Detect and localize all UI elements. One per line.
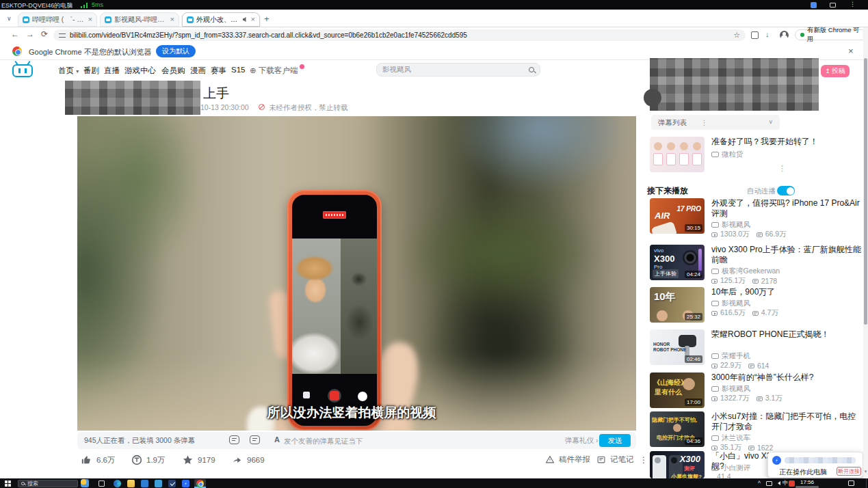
scrollbar-down-arrow[interactable]: ▾ [863,469,868,474]
nav-s15[interactable]: S15 [231,66,245,74]
download-client[interactable]: ⊕ 下载客户端 [250,66,298,76]
upload-button[interactable]: 投稿 [821,65,850,77]
profile-icon[interactable] [780,31,789,40]
chevron-down-icon[interactable]: ∨ [768,118,773,125]
video-thumbnail[interactable]: 10年 25:32 [650,287,705,323]
nav-esports[interactable]: 赛事 [211,66,226,76]
search-input[interactable] [382,66,529,74]
disconnect-button[interactable]: 断开连接 [837,467,861,476]
ad-thumbnail[interactable] [650,137,705,172]
remote-menu-icon[interactable]: ⋮ [850,1,856,8]
tab-search-chevron-icon[interactable]: ∨ [7,15,12,22]
app-icon[interactable] [141,480,148,487]
search-box[interactable] [376,63,540,77]
nav-manga[interactable]: 漫画 [190,66,206,76]
site-settings-icon[interactable] [59,33,66,38]
edge-icon[interactable] [114,480,121,487]
video-card-uploader[interactable]: 极客湾Geekerwan [711,267,780,276]
page-scrollbar[interactable]: ▾ [863,27,868,478]
more-actions-icon[interactable]: ⋮ [640,455,648,465]
video-player[interactable]: 所以没办法竖着拍横屏的视频 [77,116,636,431]
danmaku-etiquette-link[interactable]: 弹幕礼仪 › [565,436,598,446]
reload-icon[interactable]: ⟳ [41,29,48,39]
video-card-title[interactable]: 小米su7对撞：隐藏门把手不可怕，电控开门才致命 [711,411,863,432]
taskbar-search[interactable]: 搜索 [18,480,78,487]
send-danmaku-button[interactable]: 发送 [599,434,631,447]
downloads-icon[interactable]: ↓ [765,30,770,38]
video-thumbnail[interactable]: 《山海经》里有什么 17:00 [650,372,705,408]
danmaku-toggle-icon[interactable] [229,435,239,444]
tab-audio-icon[interactable] [243,17,248,23]
scrollbar-thumb[interactable] [864,58,867,325]
share-button[interactable]: 9669 [231,455,265,465]
taskbar-clock[interactable]: 17:56 [795,479,819,488]
tab-video-active[interactable]: 外观小改、影像更强? vivo × [182,12,260,27]
video-card-title[interactable]: 10年后，900万了 [711,287,863,297]
search-icon[interactable] [529,67,534,72]
remote-grid-icon[interactable] [811,2,817,8]
tab-bilibili-home[interactable]: 哔哩哔哩 ( ゜- ゜)つロ 干杯~-b × [18,12,97,27]
report-button[interactable]: 稿件举报 [545,455,590,465]
video-card-uploader[interactable]: 影视飓风 [711,299,750,308]
close-icon[interactable]: × [251,16,255,23]
video-card-title[interactable]: vivo X300 Pro上手体验：蓝厂新旗舰性能前瞻 [711,245,863,265]
ad-advertiser[interactable]: 微粒贷 [711,150,744,159]
video-card-uploader[interactable]: 荣耀手机 [711,351,750,361]
video-card-uploader[interactable]: 小白测评 [711,463,759,473]
video-card-title[interactable]: 外观变了，值得买吗? iPhone 17 Pro&Air评测 [711,198,863,219]
tray-chevron-up[interactable]: ^ [758,478,761,488]
video-card-uploader[interactable]: 影视飓风 [711,220,750,230]
extensions-icon[interactable] [751,31,759,39]
file-explorer-icon[interactable] [127,480,135,487]
tab-yingshijufeng[interactable]: 影视飓风-哔哩哔哩_bilibili × [100,12,179,27]
bilibili-logo[interactable] [12,64,33,77]
video-thumbnail[interactable]: AIR17 PRO 30:15 [650,198,705,234]
font-style-icon[interactable]: A [274,435,280,444]
close-icon[interactable]: × [88,16,92,23]
like-button[interactable]: 6.6万 [81,455,116,465]
tray-red-app-icon[interactable] [789,478,795,488]
address-bar[interactable]: bilibili.com/video/BV1Rc4mz3EHy/?spm_id_… [53,29,746,41]
start-button-icon[interactable] [5,480,11,487]
danmaku-input[interactable] [284,434,510,447]
bookmark-star-icon[interactable]: ☆ [733,31,740,40]
new-tab-button[interactable]: + [264,14,269,23]
favorite-button[interactable]: 9179 [182,455,215,465]
ad-menu-icon[interactable]: ⋮ [778,164,786,173]
notification-center-icon[interactable] [848,480,854,486]
autoplay-toggle[interactable] [777,186,795,195]
remote-desktop-app-icon[interactable] [182,480,189,487]
note-button[interactable]: 记笔记 [596,455,634,465]
set-default-button[interactable]: 设为默认 [156,45,196,57]
notice-close-icon[interactable]: × [848,46,854,56]
task-view-icon[interactable] [98,480,105,487]
tray-volume-icon[interactable] [776,478,780,488]
nav-bangumi[interactable]: 番剧 [83,66,99,76]
nav-vip-shop[interactable]: 会员购 [161,66,185,76]
video-card-title[interactable]: 荣耀ROBOT PHONE正式揭晓！ [711,329,863,340]
app-check-icon[interactable] [168,480,176,487]
tray-ime-chinese[interactable]: 中 [782,478,789,488]
video-thumbnail[interactable]: vivoX300Pro上手体验 04:24 [650,245,705,280]
coin-button[interactable]: 1.9万 [131,455,166,465]
danmaku-settings-icon[interactable] [250,435,260,444]
video-thumbnail[interactable]: 隐藏门把手不可怕,电控开门才致命 04:36 [650,411,705,447]
danmaku-list-panel[interactable]: 弹幕列表 ⋮ ∨ [651,115,780,130]
video-thumbnail[interactable]: HONORROBOT PHONE 02:46 [650,329,705,365]
back-icon[interactable]: ← [11,29,19,39]
nav-game-center[interactable]: 游戏中心 [124,66,156,76]
remote-window-icon[interactable] [830,3,836,8]
forward-icon[interactable]: → [26,29,34,39]
video-card-uploader[interactable]: 沐兰说车 [711,433,750,443]
nav-home[interactable]: 首页 ▾ [58,66,79,76]
video-card-title[interactable]: 3000年前的“神兽”长什么样? [711,372,863,383]
close-icon[interactable]: × [170,16,174,23]
video-thumbnail[interactable]: X300测评小屏也旗舰? [650,451,705,478]
nav-live[interactable]: 直播 [104,66,120,76]
video-card-uploader[interactable]: 影视飓风 [711,384,750,394]
danmaku-list-menu-icon[interactable]: ⋮ [700,118,708,126]
chrome-taskbar-icon[interactable] [196,480,204,487]
tray-display-icon[interactable] [766,478,772,488]
weather-widget-icon[interactable] [81,479,89,487]
avatar[interactable] [644,89,661,107]
